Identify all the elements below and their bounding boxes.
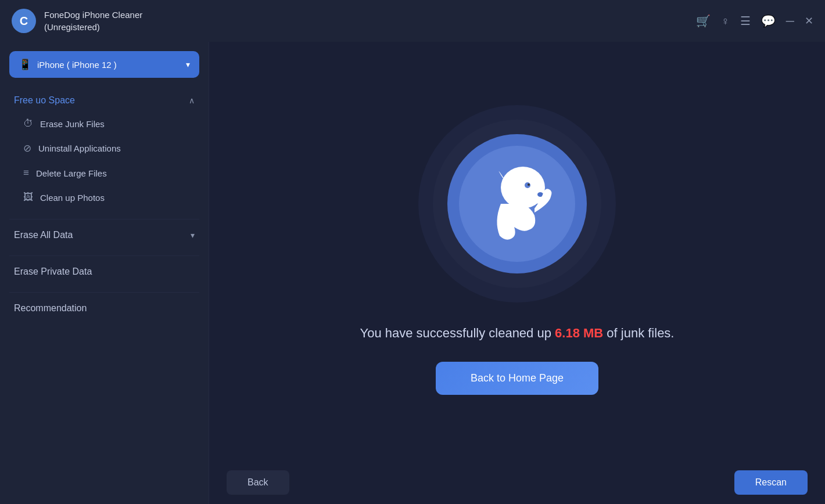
circle-mid [433, 120, 601, 288]
separator-3 [9, 292, 199, 293]
cleanup-photos-label: Clean up Photos [40, 193, 105, 203]
title-controls: 🛒 ♀ ☰ 💬 ─ ✕ [696, 14, 813, 28]
uninstall-apps-label: Uninstall Applications [38, 143, 121, 153]
recommendation-section: Recommendation [0, 297, 209, 319]
app-title: FoneDog iPhone Cleaner (Unregistered) [44, 9, 142, 33]
circle-inner [447, 134, 587, 273]
chevron-down-icon: ▾ [186, 60, 190, 69]
sidebar-item-cleanup-photos[interactable]: 🖼 Clean up Photos [0, 185, 209, 210]
content-area: You have successfully cleaned up 6.18 MB… [209, 42, 825, 504]
separator-1 [9, 219, 199, 219]
delete-large-label: Delete Large Files [36, 168, 107, 178]
title-left: C FoneDog iPhone Cleaner (Unregistered) [12, 9, 142, 33]
main-layout: 📱 iPhone ( iPhone 12 ) ▾ Free uo Space ∧… [0, 42, 825, 504]
erase-all-data-title: Erase All Data [14, 230, 73, 240]
sidebar-item-uninstall-apps[interactable]: ⊘ Uninstall Applications [0, 136, 209, 161]
circle-outer [418, 105, 616, 303]
free-up-space-section: Free uo Space ∧ ⏱ Erase Junk Files ⊘ Uni… [0, 89, 209, 210]
erase-private-title: Erase Private Data [14, 267, 92, 277]
device-label: iPhone ( iPhone 12 ) [37, 60, 117, 70]
success-text-before: You have successfully cleaned up [360, 326, 555, 340]
delete-large-icon: ≡ [23, 167, 29, 179]
free-up-space-title: Free uo Space [14, 95, 75, 106]
device-selector[interactable]: 📱 iPhone ( iPhone 12 ) ▾ [9, 51, 199, 78]
erase-all-chevron: ▾ [191, 231, 195, 240]
rescan-button[interactable]: Rescan [734, 470, 808, 495]
free-up-space-chevron: ∧ [189, 96, 195, 105]
cleanup-photos-icon: 🖼 [23, 192, 33, 203]
device-icon: 📱 [19, 58, 31, 71]
erase-private-header[interactable]: Erase Private Data [0, 261, 209, 283]
close-icon[interactable]: ✕ [805, 15, 813, 27]
title-bar: C FoneDog iPhone Cleaner (Unregistered) … [0, 0, 825, 42]
separator-2 [9, 255, 199, 256]
erase-all-data-section: Erase All Data ▾ [0, 224, 209, 246]
recommendation-header[interactable]: Recommendation [0, 297, 209, 319]
back-to-home-button[interactable]: Back to Home Page [436, 362, 598, 395]
menu-icon[interactable]: ☰ [740, 14, 751, 28]
recommendation-title: Recommendation [14, 303, 87, 314]
profile-icon[interactable]: ♀ [721, 15, 730, 28]
success-message: You have successfully cleaned up 6.18 MB… [360, 326, 675, 341]
back-button[interactable]: Back [227, 470, 289, 495]
cart-icon[interactable]: 🛒 [696, 14, 711, 28]
svg-point-4 [528, 183, 530, 186]
erase-junk-label: Erase Junk Files [40, 119, 105, 129]
sidebar-item-delete-large[interactable]: ≡ Delete Large Files [0, 161, 209, 185]
free-up-space-header[interactable]: Free uo Space ∧ [0, 89, 209, 111]
success-text-after: of junk files. [603, 326, 674, 340]
minimize-icon[interactable]: ─ [786, 15, 794, 28]
chat-icon[interactable]: 💬 [761, 14, 776, 28]
sidebar: 📱 iPhone ( iPhone 12 ) ▾ Free uo Space ∧… [0, 42, 209, 504]
erase-private-section: Erase Private Data [0, 261, 209, 283]
erase-junk-icon: ⏱ [23, 118, 33, 129]
device-selector-left: 📱 iPhone ( iPhone 12 ) [19, 58, 117, 71]
logo-container [418, 105, 616, 303]
dog-logo [459, 146, 575, 262]
success-value: 6.18 MB [555, 326, 603, 340]
app-logo: C [12, 9, 36, 33]
sidebar-item-erase-junk[interactable]: ⏱ Erase Junk Files [0, 111, 209, 136]
bottom-bar: Back Rescan [209, 461, 825, 504]
erase-all-data-header[interactable]: Erase All Data ▾ [0, 224, 209, 246]
uninstall-apps-icon: ⊘ [23, 142, 31, 154]
